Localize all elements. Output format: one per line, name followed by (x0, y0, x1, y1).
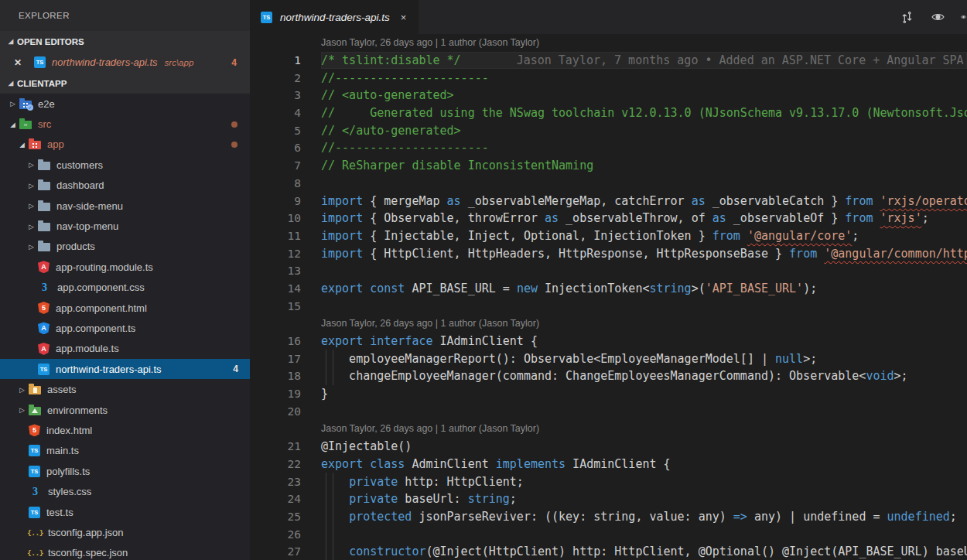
chevron-collapsed-icon: ▷ (25, 223, 38, 230)
tree-item-tsconfig.app.json[interactable]: {..}tsconfig.app.json (0, 522, 250, 542)
chevron-expanded-icon: ◢ (5, 38, 17, 45)
tree-item-northwind-traders-api.ts[interactable]: TSnorthwind-traders-api.ts4 (0, 359, 250, 379)
line-content: export interface IAdminClient { (321, 333, 967, 350)
code-line[interactable]: 8 (250, 175, 967, 193)
code-line[interactable]: 14export const API_BASE_URL = new Inject… (250, 280, 967, 298)
close-editor-icon[interactable]: ✕ (14, 57, 26, 68)
line-content: // Generated using the NSwag toolchain v… (321, 104, 967, 122)
code-line[interactable]: 9import { mergeMap as _observableMergeMa… (250, 192, 967, 210)
chevron-collapsed-icon: ▷ (15, 386, 29, 394)
codelens-row[interactable]: Jason Taylor, 26 days ago | 1 author (Ja… (250, 315, 967, 333)
tree-item-test.ts[interactable]: TStest.ts (0, 502, 250, 522)
code-line[interactable]: 23 private http: HttpClient; (250, 473, 967, 490)
tab-northwind-traders-api[interactable]: TS northwind-traders-api.ts × (250, 0, 419, 34)
open-editors-header[interactable]: ◢ OPEN EDITORS (0, 31, 250, 52)
codelens-text[interactable]: Jason Taylor, 26 days ago | 1 author (Ja… (250, 423, 539, 434)
tree-item-app-routing.module.ts[interactable]: Aapp-routing.module.ts (0, 257, 250, 277)
line-number: 13 (250, 265, 321, 277)
code-line[interactable]: 20 (250, 402, 967, 420)
codelens-text[interactable]: Jason Taylor, 26 days ago | 1 author (Ja… (250, 318, 539, 329)
line-number: 15 (250, 300, 321, 312)
codelens-row[interactable]: Jason Taylor, 26 days ago | 1 author (Ja… (250, 420, 967, 438)
code-line[interactable]: 6//---------------------- (250, 139, 967, 157)
file-tree: ▷✓e2e◢‹›src◢app▷customers▷dashboard▷nav-… (0, 94, 250, 560)
tree-item-app.component.ts[interactable]: Aapp.component.ts (0, 318, 250, 338)
tree-item-nav-top-menu[interactable]: ▷nav-top-menu (0, 216, 250, 236)
tree-item-assets[interactable]: ▷assets (0, 379, 250, 399)
tree-item-app.component.css[interactable]: 3app.component.css (0, 278, 250, 298)
code-line[interactable]: 2//---------------------- (250, 69, 967, 87)
open-editor-path: src\app (165, 58, 194, 67)
open-changes-icon[interactable] (898, 9, 915, 26)
tree-item-app.component.html[interactable]: 5app.component.html (0, 298, 250, 318)
code-line[interactable]: 1/* tslint:disable */Jason Taylor, 7 mon… (250, 52, 967, 70)
tree-item-nav-side-menu[interactable]: ▷nav-side-menu (0, 196, 250, 216)
line-number: 26 (250, 528, 321, 541)
tree-item-environments[interactable]: ▷environments (0, 400, 250, 420)
tree-item-styles.css[interactable]: 3styles.css (0, 481, 250, 501)
tree-item-label: nav-side-menu (56, 200, 123, 212)
tree-item-label: app.component.html (56, 302, 147, 314)
tree-item-main.ts[interactable]: TSmain.ts (0, 441, 250, 461)
line-content: import { Observable, throwError as _obse… (321, 210, 967, 227)
close-tab-icon[interactable]: × (398, 10, 410, 25)
code-line[interactable]: 5// </auto-generated> (250, 121, 967, 139)
tree-item-label: products (56, 241, 95, 252)
code-line[interactable]: 25 protected jsonParseReviver: ((key: st… (250, 508, 967, 526)
open-editor-item[interactable]: ✕TSnorthwind-traders-api.tssrc\app4 (0, 52, 250, 73)
code-line[interactable]: 24 private baseUrl: string; (250, 490, 967, 508)
code-line[interactable]: 17 employeeManagerReport(): Observable<E… (250, 350, 967, 367)
tree-item-app[interactable]: ◢app (0, 135, 250, 155)
toggle-blame-eye-icon[interactable] (929, 9, 946, 26)
code-line[interactable]: 21@Injectable() (250, 438, 967, 456)
tree-item-label: tsconfig.app.json (48, 527, 124, 538)
editor-group: TS northwind-traders-api.ts × (250, 0, 967, 560)
code-line[interactable]: 13 (250, 262, 967, 280)
line-number: 21 (250, 440, 321, 452)
codelens-row[interactable]: Jason Taylor, 26 days ago | 1 author (Ja… (250, 34, 967, 52)
code-line[interactable]: 3// <auto-generated> (250, 87, 967, 104)
tree-item-app.module.ts[interactable]: Aapp.module.ts (0, 339, 250, 359)
line-number: 27 (250, 545, 321, 558)
code-line[interactable]: 19} (250, 385, 967, 403)
typescript-icon: TS (29, 507, 40, 518)
chevron-collapsed-icon: ▷ (6, 100, 19, 108)
code-line[interactable]: 12import { HttpClient, HttpHeaders, Http… (250, 244, 967, 262)
tree-item-polyfills.ts[interactable]: TSpolyfills.ts (0, 461, 250, 481)
code-line[interactable]: 4// Generated using the NSwag toolchain … (250, 104, 967, 122)
tree-item-products[interactable]: ▷products (0, 237, 250, 257)
codelens-text[interactable]: Jason Taylor, 26 days ago | 1 author (Ja… (250, 37, 539, 48)
line-content: @Injectable() (321, 438, 967, 456)
tree-item-label: e2e (38, 98, 55, 110)
clipped-action-icon[interactable] (960, 9, 967, 26)
tree-item-customers[interactable]: ▷customers (0, 155, 250, 175)
code-line[interactable]: 22export class AdminClient implements IA… (250, 456, 967, 473)
project-section-header[interactable]: ◢ CLIENTAPP (0, 73, 250, 94)
line-number: 24 (250, 493, 321, 505)
code-editor[interactable]: Jason Taylor, 26 days ago | 1 author (Ja… (250, 34, 967, 560)
tree-item-dashboard[interactable]: ▷dashboard (0, 176, 250, 196)
tree-item-src[interactable]: ◢‹›src (0, 114, 250, 134)
tree-item-index.html[interactable]: 5index.html (0, 420, 250, 440)
chevron-expanded-icon: ◢ (15, 141, 29, 149)
tree-item-label: customers (56, 159, 103, 171)
code-line[interactable]: 27 constructor(@Inject(HttpClient) http:… (250, 543, 967, 560)
code-line[interactable]: 7// ReSharper disable InconsistentNaming (250, 157, 967, 175)
line-content: // ReSharper disable InconsistentNaming (321, 157, 967, 175)
code-line[interactable]: 10import { Observable, throwError as _ob… (250, 210, 967, 227)
line-content: } (321, 385, 967, 403)
code-line[interactable]: 26 (250, 525, 967, 543)
tree-item-e2e[interactable]: ▷✓e2e (0, 94, 250, 114)
line-content (321, 175, 967, 193)
line-number: 12 (250, 248, 321, 260)
code-line[interactable]: 18 changeEmployeeManager(command: Change… (250, 367, 967, 385)
line-content: protected jsonParseReviver: ((key: strin… (321, 508, 967, 526)
tab-title: northwind-traders-api.ts (280, 12, 390, 23)
tree-item-tsconfig.spec.json[interactable]: {..}tsconfig.spec.json (0, 543, 250, 560)
line-content (321, 262, 967, 280)
code-line[interactable]: 16export interface IAdminClient { (250, 333, 967, 350)
tree-item-label: app (47, 138, 64, 150)
line-content: //---------------------- (321, 69, 967, 87)
code-line[interactable]: 11import { Injectable, Inject, Optional,… (250, 227, 967, 245)
code-line[interactable]: 15 (250, 297, 967, 315)
